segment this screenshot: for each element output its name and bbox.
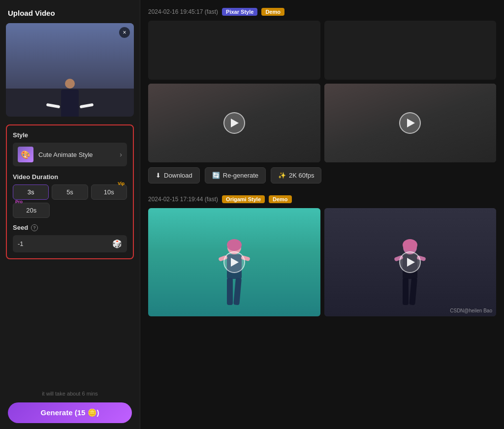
dice-icon[interactable]: 🎲 [112, 239, 122, 248]
sidebar-footer: it will take about 6 mins Generate (15 🪙… [0, 385, 140, 429]
entry-meta-2: 2024-02-15 17:19:44 (fast) Origami Style… [148, 195, 496, 203]
vip-badge: Vip [118, 181, 125, 186]
sidebar: Upload Video × Style 🎨 Cute Anim [0, 0, 140, 429]
seed-help-icon: ? [31, 224, 38, 231]
duration-label: Video Duration [13, 173, 127, 181]
style-arrow: › [120, 151, 122, 158]
badge-origami: Origami Style [222, 195, 265, 203]
preview-figure [61, 79, 79, 117]
history-entry-1: 2024-02-16 19:45:17 (fast) Pixar Style D… [148, 8, 496, 184]
duration-grid-2: Pro 20s [13, 203, 127, 218]
duration-5s[interactable]: 5s [52, 184, 88, 200]
duration-3s[interactable]: 3s [13, 184, 49, 200]
dance-figure-1 [215, 238, 254, 316]
style-label: Style [13, 131, 127, 139]
upload-area[interactable]: × [6, 23, 134, 117]
upscale-button[interactable]: ✨ 2K 60fps [271, 167, 321, 184]
play-button-2b[interactable] [399, 251, 421, 273]
video-cell-2a[interactable] [148, 208, 320, 316]
style-name: Cute Animate Style [38, 151, 115, 158]
sidebar-title: Upload Video [0, 0, 140, 23]
video-cell-1c[interactable] [148, 84, 320, 162]
duration-grid: 3s 5s Vip 10s [13, 184, 127, 200]
video-cell-2b[interactable]: CSDN@heilen Bao [324, 208, 497, 316]
duration-20s[interactable]: Pro 20s [13, 203, 50, 218]
dance-figure-2 [390, 238, 430, 316]
svg-rect-4 [233, 277, 242, 305]
play-button-2a[interactable] [223, 251, 245, 273]
time-note: it will take about 6 mins [8, 391, 132, 397]
close-button[interactable]: × [119, 27, 130, 38]
seed-input[interactable] [18, 240, 108, 247]
action-bar-1: ⬇ Download 🔄 Re-generate ✨ 2K 60fps [148, 167, 496, 184]
entry-time-1: 2024-02-16 19:45:17 (fast) [148, 8, 218, 15]
entry-time-2: 2024-02-15 17:19:44 (fast) [148, 196, 218, 203]
history-entry-2: 2024-02-15 17:19:44 (fast) Origami Style… [148, 195, 496, 316]
play-button-1c[interactable] [223, 112, 245, 134]
seed-label: Seed ? [13, 224, 127, 231]
video-grid-2: CSDN@heilen Bao [148, 208, 496, 316]
download-button[interactable]: ⬇ Download [148, 167, 200, 184]
regenerate-icon: 🔄 [212, 172, 220, 179]
style-icon: 🎨 [18, 147, 33, 162]
video-cell-1b[interactable] [324, 21, 497, 80]
play-button-1d[interactable] [399, 112, 421, 134]
sparkle-icon: ✨ [278, 172, 286, 179]
generate-button[interactable]: Generate (15 🪙) [8, 402, 132, 423]
svg-point-1 [227, 239, 242, 251]
svg-rect-3 [227, 278, 233, 305]
pro-badge: Pro [15, 199, 23, 204]
svg-point-8 [403, 239, 417, 251]
video-cell-1d[interactable] [324, 84, 497, 162]
preview-image [6, 23, 134, 117]
seed-input-row: 🎲 [13, 235, 127, 252]
regenerate-button[interactable]: 🔄 Re-generate [205, 167, 266, 184]
download-icon: ⬇ [156, 172, 161, 179]
video-grid-1 [148, 21, 496, 162]
entry-meta-1: 2024-02-16 19:45:17 (fast) Pixar Style D… [148, 8, 496, 16]
svg-rect-11 [409, 277, 417, 305]
main-content: 2024-02-16 19:45:17 (fast) Pixar Style D… [140, 0, 504, 429]
style-selector[interactable]: 🎨 Cute Animate Style › [13, 143, 127, 166]
watermark: CSDN@heilen Bao [450, 308, 492, 313]
badge-pixar: Pixar Style [222, 8, 257, 16]
badge-demo-1: Demo [261, 8, 284, 16]
svg-rect-10 [403, 278, 409, 305]
duration-10s[interactable]: Vip 10s [91, 184, 127, 200]
video-cell-1a[interactable] [148, 21, 320, 80]
badge-demo-2: Demo [269, 195, 292, 203]
settings-panel: Style 🎨 Cute Animate Style › Video Durat… [6, 124, 134, 259]
